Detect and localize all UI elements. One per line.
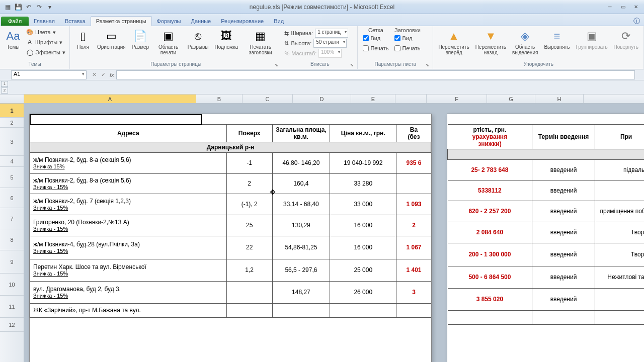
ribbon-tabs: Файл Главная Вставка Разметка страницы Ф… [0, 14, 644, 26]
tab-review[interactable]: Рецензирование [216, 17, 269, 26]
print-titles-button[interactable]: ▦Печатать заголовки [241, 27, 280, 56]
tab-data[interactable]: Данные [186, 17, 216, 26]
redo-button[interactable]: ↷ [35, 3, 44, 12]
orientation-button[interactable]: ▭Ориентация [94, 27, 129, 51]
row-header-9[interactable]: 9 [0, 250, 24, 274]
effects-icon: ◯ [26, 49, 33, 56]
row-header-8[interactable]: 8 [0, 229, 24, 250]
gridlines-print-check[interactable] [363, 45, 369, 51]
formula-input[interactable] [116, 70, 635, 79]
table-row[interactable]: ЖК «Зарічний», пр-т М.Бажана та вул. [30, 303, 431, 317]
cancel-formula: ✕ [90, 71, 99, 78]
maximize-button[interactable]: ▭ [617, 3, 629, 11]
fx-icon[interactable]: fx [108, 72, 116, 78]
row-header-2[interactable]: 2 [0, 118, 24, 128]
fonts-button[interactable]: AШрифты ▾ [24, 37, 67, 47]
table-row[interactable]: 3 855 020введенийОф [448, 288, 645, 310]
row-header-7[interactable]: 7 [0, 208, 24, 229]
margins-button[interactable]: ▯Поля [72, 27, 94, 51]
group-themes: Aa Темы 🎨Цвета ▾ AШрифты ▾ ◯Эффекты ▾ Те… [0, 26, 70, 69]
row-header-10[interactable]: 10 [0, 274, 24, 296]
bring-forward-button[interactable]: ▲Переместить вперёд [435, 27, 472, 56]
table-row[interactable]: ж/м Позняки-2, буд. 8-а (секція 5,6)Зниж… [30, 173, 431, 194]
breaks-button[interactable]: ⎋Разрывы [185, 27, 212, 51]
table-row[interactable] [448, 310, 645, 324]
row-header-11[interactable]: 11 [0, 296, 24, 318]
tab-insert[interactable]: Вставка [60, 17, 91, 26]
headings-view-check[interactable] [394, 35, 400, 41]
col-header-C[interactable]: C [243, 95, 293, 103]
qat-customize[interactable]: ▾ [45, 3, 54, 12]
outline-level-2[interactable]: 2 [1, 87, 8, 94]
row-header-12[interactable]: 12 [0, 318, 24, 332]
colors-button[interactable]: 🎨Цвета ▾ [24, 27, 67, 37]
row-header-5[interactable]: 5 [0, 167, 24, 188]
height-combo[interactable]: 50 страни [313, 39, 347, 48]
gridlines-label: Сетка [362, 27, 389, 33]
colors-icon: 🎨 [26, 29, 33, 36]
table-row[interactable]: 25- 2 783 648введенийпідвальні п [448, 159, 645, 180]
close-button[interactable]: ✕ [630, 3, 642, 11]
row-header-6[interactable]: 6 [0, 188, 24, 208]
themes-button[interactable]: Aa Темы [2, 27, 24, 51]
send-backward-button[interactable]: ▼Переместить назад [472, 27, 509, 56]
help-button[interactable]: ⓘ [629, 17, 644, 26]
outline-level-1[interactable]: 1 [1, 81, 8, 87]
col-header-E[interactable]: E [351, 95, 395, 103]
table-row[interactable]: ж/м Позняки-2, буд. 8-а (секція 5,6)Зниж… [30, 152, 431, 173]
gridlines-view-check[interactable] [363, 35, 369, 41]
table-row[interactable]: Перетин Харк. Шосе та вул. ВірменськоїЗн… [30, 259, 431, 281]
row-header-1[interactable]: 1 [0, 104, 24, 118]
col-header-D[interactable]: D [293, 95, 351, 103]
tab-view[interactable]: Вид [269, 17, 289, 26]
tab-home[interactable]: Главная [29, 17, 60, 26]
width-combo[interactable]: 1 страниц [315, 29, 348, 38]
save-button[interactable]: 💾 [14, 3, 23, 12]
print-titles-icon: ▦ [253, 28, 269, 44]
group-label-scale: Вписать⬊ [284, 61, 355, 69]
table-row[interactable]: вул. Драгоманова, буд 2, буд 3.Знижка - … [30, 281, 431, 303]
grid[interactable]: Адреса Поверх Загальна площа, кв.м. Ціна… [24, 104, 644, 362]
tab-page-layout[interactable]: Разметка страницы [91, 16, 152, 26]
row-header-3[interactable]: 3 [0, 128, 24, 156]
table-row[interactable]: ж/м Позняки-2, буд. 7 (секція 1,2,3)Зниж… [30, 194, 431, 215]
print-area-button[interactable]: ▣Область печати [152, 27, 185, 56]
table-row[interactable]: 200 - 1 300 000введенийТворчі м [448, 243, 645, 266]
minimize-button[interactable]: ─ [604, 3, 616, 11]
scale-icon: % [284, 50, 289, 56]
page-setup-launcher[interactable]: ⬊ [274, 62, 279, 67]
backward-icon: ▼ [482, 28, 499, 44]
undo-button[interactable]: ↶ [24, 3, 33, 12]
rotate-button[interactable]: ⟳Повернуть [611, 27, 641, 51]
group-button[interactable]: ▣Группировать [573, 27, 610, 51]
name-box[interactable]: A1 [11, 70, 87, 79]
headings-print-check[interactable] [394, 45, 400, 51]
col-header-A[interactable]: A [24, 95, 196, 103]
align-button[interactable]: ≡Выровнять [541, 27, 573, 51]
effects-button[interactable]: ◯Эффекты ▾ [24, 47, 67, 57]
th-area: Загальна площа, кв.м. [272, 124, 330, 142]
scale-launcher[interactable]: ⬊ [349, 62, 354, 67]
col-header-H[interactable]: H [535, 95, 584, 103]
tab-formulas[interactable]: Формулы [152, 17, 186, 26]
formula-bar: A1 ✕ ✓ fx [0, 69, 644, 80]
table-row[interactable]: 2 084 640введенийТворчі м [448, 222, 645, 243]
row-header-4[interactable]: 4 [0, 156, 24, 167]
size-button[interactable]: 📄Размер [129, 27, 152, 51]
background-button[interactable]: 🖼Подложка [211, 27, 241, 51]
sheet-options-launcher[interactable]: ⬊ [425, 62, 430, 67]
table-row[interactable]: ж/м Позняки-4, буд.28 (вул.Пчілки, 3а)Зн… [30, 236, 431, 259]
col-header-B[interactable]: B [196, 95, 243, 103]
col-header-G[interactable]: G [487, 95, 535, 103]
tab-file[interactable]: Файл [1, 17, 29, 26]
selection-pane-button[interactable]: ◈Область выделения [509, 27, 541, 56]
col-header-F[interactable]: F [427, 95, 487, 103]
table-row[interactable]: 500 - 6 864 500введенийНежитлові та оф [448, 266, 645, 288]
table-row[interactable]: 620 - 2 257 200введенийприміщення побуто [448, 201, 645, 222]
excel-icon[interactable]: ▦ [3, 3, 12, 12]
table-row[interactable]: 5338112введений [448, 180, 645, 201]
table-row[interactable]: Григоренко, 20 (Позняки-2,№13 А)Знижка -… [30, 215, 431, 236]
select-all-corner[interactable] [0, 95, 24, 103]
th-cost-cut: Ва(без [396, 124, 431, 142]
group-sheet-options: Сетка Вид Печать Заголовки Вид Печать Па… [358, 26, 433, 69]
